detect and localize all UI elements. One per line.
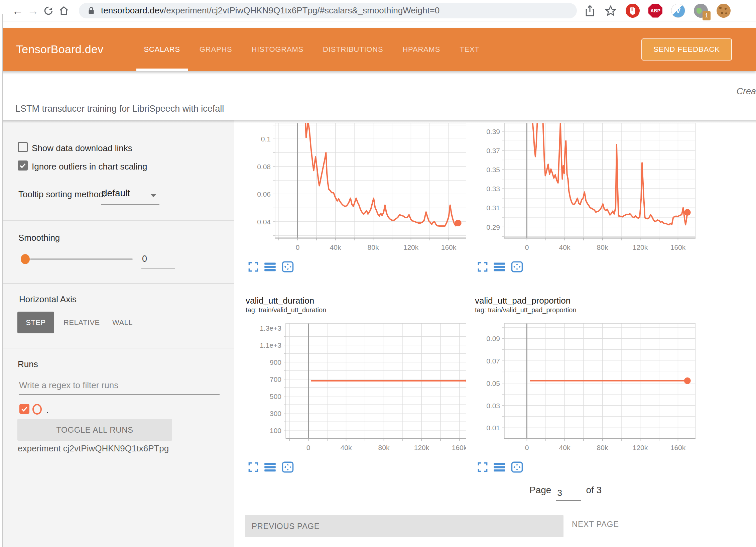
svg-text:160k: 160k [670, 444, 686, 451]
svg-text:0.31: 0.31 [486, 204, 500, 212]
next-page-button[interactable]: NEXT PAGE [572, 520, 619, 529]
home-icon[interactable] [56, 5, 72, 16]
haxis-wall-button[interactable]: WALL [112, 318, 133, 327]
tab-hparams[interactable]: HPARAMS [393, 28, 450, 71]
svg-text:0.01: 0.01 [486, 424, 500, 432]
expand-chart-icon[interactable] [248, 262, 258, 272]
svg-text:0.35: 0.35 [486, 166, 500, 174]
pan-zoom-icon[interactable] [282, 461, 294, 473]
svg-text:80k: 80k [597, 243, 608, 251]
extension-blocker-icon[interactable] [626, 4, 640, 18]
svg-text:100: 100 [270, 427, 281, 434]
tab-text[interactable]: TEXT [450, 28, 489, 71]
toggle-all-runs-button[interactable]: TOGGLE ALL RUNS [17, 419, 172, 441]
svg-text:0.37: 0.37 [486, 147, 500, 154]
share-icon[interactable] [584, 4, 596, 17]
chart-title: valid_utt_pad_proportion [475, 296, 696, 306]
haxis-step-button[interactable]: STEP [17, 312, 54, 333]
experiment-info-bar: Crea LSTM transducer training for LibriS… [0, 71, 756, 120]
svg-text:40k: 40k [341, 444, 352, 451]
smoothing-slider[interactable] [30, 258, 133, 260]
tab-scalars[interactable]: SCALARS [134, 28, 190, 71]
toggle-yaxis-icon[interactable] [494, 462, 505, 472]
chart-plot[interactable]: 0.010.030.050.070.09040k80k120k160k [475, 323, 696, 456]
svg-text:80k: 80k [368, 243, 379, 251]
haxis-relative-button[interactable]: RELATIVE [64, 318, 100, 327]
page-top-gap [0, 21, 756, 28]
svg-text:0: 0 [525, 444, 529, 451]
svg-text:1.1e+3: 1.1e+3 [260, 341, 281, 349]
svg-text:120k: 120k [633, 444, 648, 451]
page-number-input[interactable] [556, 488, 581, 501]
send-feedback-button[interactable]: SEND FEEDBACK [641, 38, 732, 61]
chart-toolbar [478, 260, 696, 273]
smoothing-value-input[interactable] [141, 253, 175, 264]
content-area: Show data download links Ignore outliers… [0, 120, 756, 547]
pan-zoom-icon[interactable] [511, 261, 523, 272]
url-bar[interactable]: tensorboard.dev/experiment/cj2vtPiwQHKN9… [79, 3, 577, 18]
tab-graphs[interactable]: GRAPHS [190, 28, 242, 71]
chart-plot[interactable]: 0.290.310.330.350.370.39040k80k120k160k [475, 123, 696, 256]
chart-plot[interactable]: 1003005007009001.1e+31.3e+3040k80k120k16… [246, 323, 466, 456]
extension-blob [697, 8, 702, 14]
run-name: . [46, 405, 49, 415]
expand-chart-icon[interactable] [478, 462, 488, 472]
url-text: tensorboard.dev/experiment/cj2vtPiwQHKN9… [101, 5, 439, 16]
expand-chart-icon[interactable] [478, 262, 488, 272]
browser-toolbar: ← → tensorboard.dev/experiment/cj2vtPiwQ… [0, 0, 756, 21]
chart-tag: tag: train/valid_utt_duration [246, 306, 466, 314]
bookmark-star-icon[interactable] [604, 4, 617, 17]
back-icon[interactable]: ← [10, 5, 25, 16]
runs-filter-input[interactable] [18, 380, 207, 391]
extension-v-icon[interactable]: V [671, 4, 685, 18]
show-download-links-checkbox[interactable] [18, 142, 28, 152]
chart-card: valid_utt_duration tag: train/valid_utt_… [246, 296, 466, 473]
runs-section-label: Runs [18, 359, 38, 369]
reload-icon[interactable] [41, 5, 56, 16]
svg-text:0.33: 0.33 [486, 185, 500, 193]
dropdown-caret-icon[interactable] [150, 194, 156, 197]
app-logo: TensorBoard.dev [16, 43, 104, 56]
svg-text:0.05: 0.05 [486, 379, 500, 387]
svg-text:0: 0 [525, 243, 529, 251]
forward-icon[interactable]: → [25, 5, 41, 16]
chart-toolbar [248, 461, 466, 473]
svg-text:0.04: 0.04 [257, 218, 271, 226]
svg-text:160k: 160k [452, 444, 466, 451]
cookie-icon[interactable] [717, 4, 731, 18]
svg-text:0.39: 0.39 [486, 128, 500, 135]
extension-profile-icon[interactable]: 1 [694, 4, 708, 18]
svg-text:0.03: 0.03 [486, 402, 500, 410]
section-divider [0, 220, 234, 221]
chart-title: valid_utt_duration [246, 296, 466, 306]
toggle-yaxis-icon[interactable] [264, 462, 276, 472]
svg-text:160k: 160k [670, 243, 686, 251]
svg-text:0: 0 [306, 444, 310, 451]
run-checkbox[interactable] [19, 404, 29, 414]
toggle-yaxis-icon[interactable] [494, 262, 505, 271]
svg-text:1.3e+3: 1.3e+3 [260, 324, 281, 332]
expand-chart-icon[interactable] [248, 462, 258, 472]
smoothing-slider-thumb[interactable] [21, 254, 30, 264]
main-nav: SCALARS GRAPHS HISTOGRAMS DISTRIBUTIONS … [134, 28, 489, 71]
run-color-swatch [32, 404, 42, 415]
svg-text:900: 900 [270, 358, 281, 366]
page-of-label: of 3 [586, 485, 602, 496]
ignore-outliers-checkbox[interactable] [18, 160, 28, 171]
previous-page-button[interactable]: PREVIOUS PAGE [245, 515, 563, 537]
svg-text:80k: 80k [378, 444, 390, 451]
svg-text:0.07: 0.07 [486, 357, 500, 365]
extension-abp-icon[interactable]: ABP [648, 4, 662, 18]
svg-text:40k: 40k [559, 444, 571, 451]
tooltip-sort-dropdown[interactable]: default [102, 188, 130, 199]
pan-zoom-icon[interactable] [511, 461, 523, 473]
chart-plot[interactable]: 0.040.060.080.1040k80k120k160k [246, 123, 466, 256]
pan-zoom-icon[interactable] [282, 261, 294, 272]
settings-sidebar: Show data download links Ignore outliers… [0, 120, 234, 547]
chart-card: tag: train/… 0.290.310.330.350.370.39040… [475, 120, 696, 273]
svg-text:0.06: 0.06 [257, 190, 271, 198]
lock-icon [87, 6, 96, 15]
toggle-yaxis-icon[interactable] [264, 262, 276, 271]
tab-distributions[interactable]: DISTRIBUTIONS [313, 28, 393, 71]
tab-histograms[interactable]: HISTOGRAMS [242, 28, 313, 71]
